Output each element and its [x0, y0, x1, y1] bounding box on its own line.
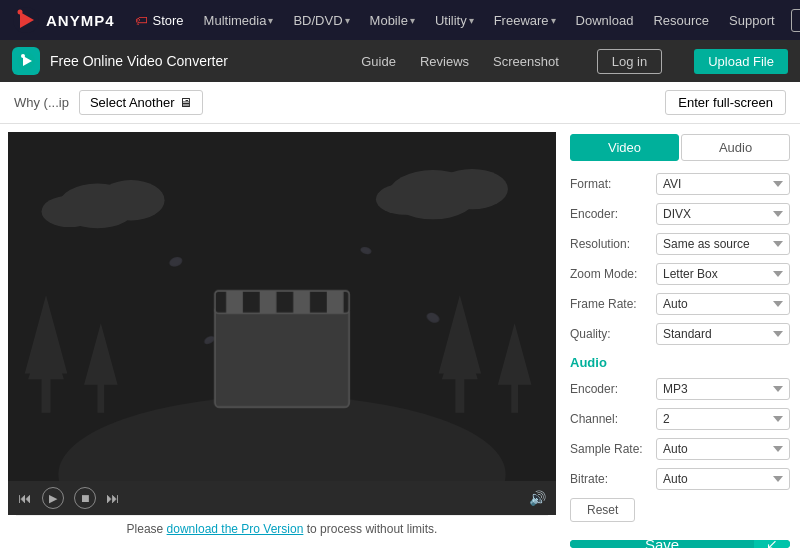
pro-version-link[interactable]: download the Pro Version: [167, 522, 304, 536]
rewind-button[interactable]: ⏮: [18, 490, 32, 506]
frame-rate-row: Frame Rate: Auto: [570, 293, 790, 315]
secondary-nav: Free Online Video Converter Guide Review…: [0, 40, 800, 82]
settings-panel: Video Audio Format: AVI Encoder: DIVX Re…: [560, 124, 800, 554]
video-player: [8, 132, 556, 481]
bottom-message: Please download the Pro Version to proce…: [16, 515, 548, 542]
zoom-mode-select[interactable]: Letter Box: [656, 263, 790, 285]
quality-select[interactable]: Standard: [656, 323, 790, 345]
top-nav: ANYMP4 🏷 Store Multimedia ▾ BD/DVD ▾ Mob…: [0, 0, 800, 40]
nav-reviews[interactable]: Reviews: [420, 54, 469, 69]
bddvd-dropdown-icon: ▾: [345, 15, 350, 26]
nav-utility[interactable]: Utility ▾: [427, 9, 482, 32]
bitrate-row: Bitrate: Auto: [570, 468, 790, 490]
svg-point-12: [376, 183, 434, 214]
svg-point-8: [97, 180, 164, 220]
channel-row: Channel: 2: [570, 408, 790, 430]
zoom-mode-label: Zoom Mode:: [570, 267, 652, 281]
encoder-row: Encoder: DIVX: [570, 203, 790, 225]
tab-video[interactable]: Video: [570, 134, 679, 161]
resolution-row: Resolution: Same as source: [570, 233, 790, 255]
sec-login-button[interactable]: Log in: [597, 49, 662, 74]
logo-icon: [12, 6, 40, 34]
zoom-mode-row: Zoom Mode: Letter Box: [570, 263, 790, 285]
multimedia-dropdown-icon: ▾: [268, 15, 273, 26]
tab-row: Video Audio: [570, 134, 790, 161]
sample-rate-label: Sample Rate:: [570, 442, 652, 456]
nav-bddvd[interactable]: BD/DVD ▾: [285, 9, 357, 32]
tab-audio[interactable]: Audio: [681, 134, 790, 161]
brand-name: ANYMP4: [46, 12, 115, 29]
svg-point-11: [436, 169, 508, 209]
main-content: ⏮ ▶ ⏹ ⏭ 🔊 Please download the Pro Versio…: [0, 124, 800, 554]
fullscreen-button[interactable]: Enter full-screen: [665, 90, 786, 115]
svg-rect-28: [215, 307, 349, 408]
app-title: Free Online Video Converter: [50, 53, 361, 69]
svg-point-5: [21, 54, 25, 58]
audio-encoder-select[interactable]: MP3: [656, 378, 790, 400]
stop-button[interactable]: ⏹: [74, 487, 96, 509]
bitrate-select[interactable]: Auto: [656, 468, 790, 490]
sample-rate-select[interactable]: Auto: [656, 438, 790, 460]
mobile-dropdown-icon: ▾: [410, 15, 415, 26]
nav-resource[interactable]: Resource: [645, 9, 717, 32]
encoder-select[interactable]: DIVX: [656, 203, 790, 225]
svg-rect-31: [260, 291, 277, 313]
monitor-icon: 🖥: [179, 95, 192, 110]
save-button[interactable]: Save: [570, 540, 754, 548]
svg-rect-33: [327, 291, 344, 313]
sec-nav-links: Guide Reviews Screenshot Log in Upload F…: [361, 49, 788, 74]
toolbar: Why (...ip Select Another 🖥 Enter full-s…: [0, 82, 800, 124]
save-row: Save ↙: [570, 540, 790, 548]
quality-row: Quality: Standard: [570, 323, 790, 345]
frame-rate-label: Frame Rate:: [570, 297, 652, 311]
app-icon: [12, 47, 40, 75]
resolution-label: Resolution:: [570, 237, 652, 251]
upload-file-button[interactable]: Upload File: [694, 49, 788, 74]
svg-rect-30: [226, 291, 243, 313]
encoder-label: Encoder:: [570, 207, 652, 221]
store-icon: 🏷: [135, 13, 148, 28]
quality-label: Quality:: [570, 327, 652, 341]
reset-button[interactable]: Reset: [570, 498, 635, 522]
svg-rect-32: [293, 291, 310, 313]
video-scene-svg: [8, 132, 556, 481]
why-text: Why (...ip: [14, 95, 69, 110]
resolution-select[interactable]: Same as source: [656, 233, 790, 255]
nav-freeware[interactable]: Freeware ▾: [486, 9, 564, 32]
select-another-button[interactable]: Select Another 🖥: [79, 90, 204, 115]
volume-icon[interactable]: 🔊: [529, 490, 546, 506]
format-label: Format:: [570, 177, 652, 191]
top-login-button[interactable]: Login: [791, 9, 800, 32]
nav-guide[interactable]: Guide: [361, 54, 396, 69]
audio-encoder-label: Encoder:: [570, 382, 652, 396]
nav-screenshot[interactable]: Screenshot: [493, 54, 559, 69]
play-button[interactable]: ▶: [42, 487, 64, 509]
save-arrow-icon: ↙: [766, 540, 778, 548]
nav-multimedia[interactable]: Multimedia ▾: [196, 9, 282, 32]
format-select[interactable]: AVI: [656, 173, 790, 195]
channel-label: Channel:: [570, 412, 652, 426]
nav-download[interactable]: Download: [568, 9, 642, 32]
nav-store[interactable]: 🏷 Store: [127, 9, 192, 32]
bitrate-label: Bitrate:: [570, 472, 652, 486]
svg-point-2: [18, 10, 23, 15]
controls-bar: ⏮ ▶ ⏹ ⏭ 🔊: [8, 481, 556, 515]
svg-point-9: [42, 196, 98, 227]
app-icon-svg: [16, 51, 36, 71]
frame-rate-select[interactable]: Auto: [656, 293, 790, 315]
save-icon-button[interactable]: ↙: [754, 540, 790, 548]
nav-support[interactable]: Support: [721, 9, 783, 32]
sample-rate-row: Sample Rate: Auto: [570, 438, 790, 460]
nav-mobile[interactable]: Mobile ▾: [362, 9, 423, 32]
audio-encoder-row: Encoder: MP3: [570, 378, 790, 400]
utility-dropdown-icon: ▾: [469, 15, 474, 26]
channel-select[interactable]: 2: [656, 408, 790, 430]
forward-button[interactable]: ⏭: [106, 490, 120, 506]
audio-section-label: Audio: [570, 355, 790, 370]
brand-logo: ANYMP4: [12, 6, 115, 34]
format-row: Format: AVI: [570, 173, 790, 195]
freeware-dropdown-icon: ▾: [551, 15, 556, 26]
